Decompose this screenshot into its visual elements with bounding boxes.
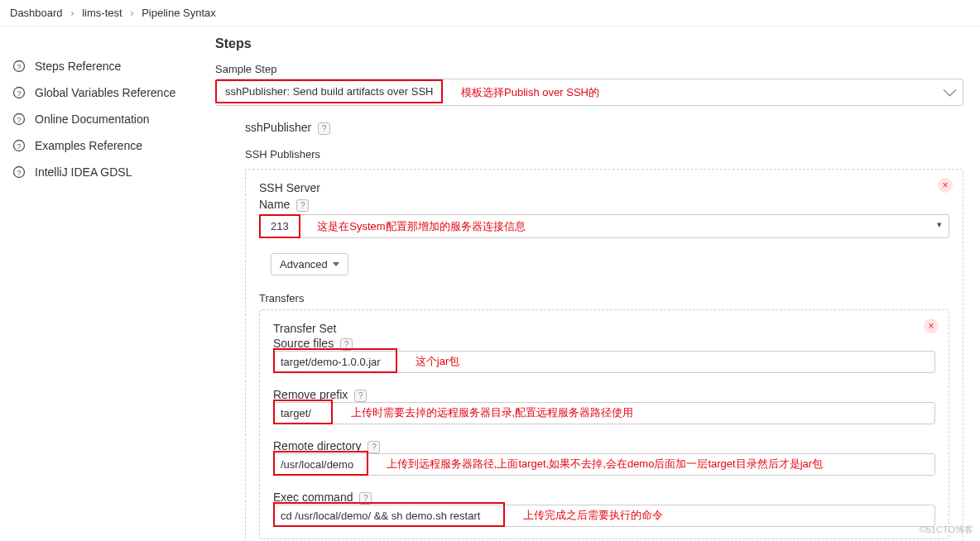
help-icon: ? [12,138,26,153]
source-files-label: Source files [273,337,334,350]
remote-directory-input[interactable] [273,453,935,476]
exec-command-label: Exec command [273,491,353,504]
help-icon[interactable]: ? [340,338,353,351]
help-icon: ? [12,85,26,100]
ssh-server-name-highlight: 213 [259,214,300,238]
help-icon[interactable]: ? [354,390,367,402]
ssh-server-name-select[interactable]: 213 这是在System配置那增加的服务器连接信息 [259,214,949,238]
close-icon[interactable]: × [924,318,939,333]
sample-step-value: sshPublisher: Send build artifacts over … [225,85,433,98]
close-icon[interactable]: × [938,178,953,193]
crumb-project[interactable]: lims-test [82,7,122,19]
ssh-publisher-box: × SSH Server Name ? 213 这是在System配置那增加的服… [245,169,963,541]
ssh-publisher-label: sshPublisher [245,121,311,134]
remove-prefix-label: Remove prefix [273,388,348,401]
ssh-server-title: SSH Server [259,181,949,194]
transfers-title: Transfers [259,292,949,304]
svg-text:?: ? [17,89,21,98]
svg-text:?: ? [17,116,21,124]
breadcrumb: Dashboard › lims-test › Pipeline Syntax [0,0,980,26]
exec-command-input[interactable] [273,505,935,527]
annotation-sample-step: 模板选择Publish over SSH的 [461,85,599,100]
chevron-right-icon: › [130,7,133,19]
help-icon: ? [12,112,26,127]
ssh-server-name-value: 213 [271,220,289,232]
transfer-set-box: × Transfer Set Source files ? target/dem… [259,309,949,539]
crumb-page[interactable]: Pipeline Syntax [142,7,216,19]
sidebar-item-intellij-idea-gdsl[interactable]: ? IntelliJ IDEA GDSL [0,159,199,185]
help-icon[interactable]: ? [318,122,330,135]
annotation-server-name: 这是在System配置那增加的服务器连接信息 [317,219,525,234]
help-icon: ? [12,59,26,74]
sample-step-select[interactable]: sshPublisher: Send build artifacts over … [215,79,963,106]
ssh-publishers-title: SSH Publishers [245,148,963,160]
chevron-right-icon: › [70,7,74,19]
svg-text:?: ? [17,63,21,71]
name-label: Name [259,198,290,211]
advanced-button[interactable]: Advanced [271,253,348,275]
sidebar-item-label: Examples Reference [35,139,142,152]
transfer-set-title: Transfer Set [273,322,935,335]
svg-text:?: ? [17,169,21,177]
help-icon: ? [12,165,26,180]
sidebar-item-examples-reference[interactable]: ? Examples Reference [0,132,199,159]
page-title: Steps [215,36,963,51]
watermark: ©51CTO博客 [920,524,973,536]
advanced-label: Advanced [280,258,328,270]
sidebar-item-label: Global Variables Reference [35,86,175,99]
sidebar-item-label: Steps Reference [35,60,121,73]
help-icon[interactable]: ? [296,199,309,212]
sample-step-highlight: sshPublisher: Send build artifacts over … [215,79,443,103]
sample-step-label: Sample Step [215,63,963,75]
remove-prefix-input[interactable] [273,402,935,424]
help-icon[interactable]: ? [368,441,380,453]
main-content: Steps Sample Step sshPublisher: Send bui… [199,26,980,541]
sidebar-item-label: IntelliJ IDEA GDSL [35,165,132,179]
crumb-dashboard[interactable]: Dashboard [10,7,63,19]
sidebar-item-global-variables-reference[interactable]: ? Global Variables Reference [0,79,199,106]
remote-directory-label: Remote directory [273,439,362,452]
source-files-input[interactable] [273,351,935,373]
svg-text:?: ? [17,142,21,151]
sidebar-item-steps-reference[interactable]: ? Steps Reference [0,53,199,79]
help-icon[interactable]: ? [359,492,372,505]
sidebar: ? Steps Reference ? Global Variables Ref… [0,26,199,541]
chevron-down-icon [333,262,339,266]
sidebar-item-online-documentation[interactable]: ? Online Documentation [0,106,199,132]
sidebar-item-label: Online Documentation [35,113,150,126]
